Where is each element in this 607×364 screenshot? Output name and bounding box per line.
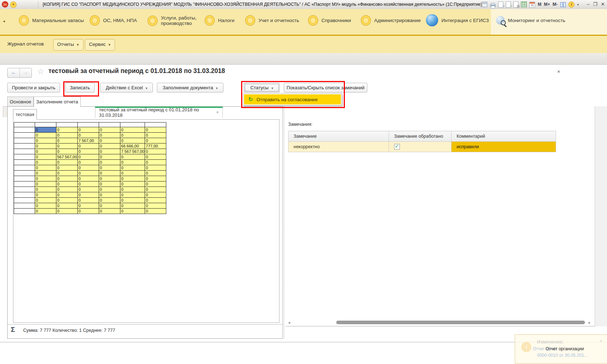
memory-minus-button[interactable]: M- bbox=[552, 1, 557, 8]
row-header-cell[interactable] bbox=[14, 203, 35, 209]
grid-cell[interactable]: 0 bbox=[35, 203, 56, 209]
ribbon-section-accounting[interactable]: Учет и отчетность bbox=[245, 15, 299, 26]
ribbon-scroll-left-icon[interactable]: ◂ bbox=[3, 19, 5, 23]
row-header-cell[interactable] bbox=[14, 133, 35, 138]
grid-cell[interactable]: 0 bbox=[145, 149, 166, 154]
print-icon[interactable] bbox=[490, 4, 496, 7]
menu-button-reports[interactable]: Отчеты▼ bbox=[53, 39, 84, 51]
grid-cell[interactable]: 0 bbox=[120, 171, 145, 176]
row-header-cell[interactable] bbox=[14, 192, 35, 198]
grid-cell[interactable]: 0 bbox=[78, 160, 99, 165]
grid-cell[interactable]: 0 bbox=[35, 171, 56, 176]
grid-cell[interactable]: 0 bbox=[99, 192, 120, 198]
grid-cell[interactable]: 0 bbox=[35, 160, 56, 165]
menu-item-report-journal[interactable]: Журнал отчетов bbox=[7, 41, 44, 47]
grid-cell[interactable]: 0 bbox=[78, 187, 99, 192]
grid-cell[interactable]: 0 bbox=[120, 165, 145, 171]
grid-cell[interactable]: 0 bbox=[56, 133, 78, 138]
grid-cell[interactable]: 0 bbox=[99, 176, 120, 181]
form-close-icon[interactable]: × bbox=[557, 68, 560, 74]
ribbon-section-services[interactable]: Услуги, работы, производство bbox=[148, 15, 197, 26]
grid-cell[interactable]: 0 bbox=[120, 176, 145, 181]
row-header-cell[interactable] bbox=[14, 149, 35, 154]
grid-cell[interactable]: 0 bbox=[120, 127, 145, 133]
grid-cell[interactable]: 0 bbox=[78, 198, 99, 203]
main-menu-icon[interactable]: ▼ bbox=[10, 1, 17, 8]
column-header-remark[interactable]: Замечание bbox=[288, 131, 389, 142]
forward-button[interactable]: → bbox=[20, 68, 32, 77]
row-header-cell[interactable] bbox=[14, 209, 35, 214]
export-icon[interactable]: ▤ bbox=[513, 1, 518, 8]
grid-cell[interactable]: 0 bbox=[78, 209, 99, 214]
panel-splitter[interactable] bbox=[284, 106, 285, 339]
row-header-cell[interactable] bbox=[14, 176, 35, 181]
grid-cell[interactable]: 0 bbox=[35, 192, 56, 198]
grid-cell[interactable]: 0 bbox=[99, 171, 120, 176]
grid-cell[interactable]: 0 bbox=[78, 171, 99, 176]
grid-cell[interactable]: 777,00 bbox=[145, 144, 166, 149]
form-tab-report-fill[interactable]: Заполнение отчета bbox=[34, 97, 81, 107]
grid-cell[interactable]: 0 bbox=[145, 138, 166, 144]
grid-cell[interactable]: 0 bbox=[99, 187, 120, 192]
row-header-cell[interactable] bbox=[14, 181, 35, 187]
grid-cell[interactable]: 0 bbox=[78, 181, 99, 187]
scrollbar-right-icon[interactable]: ▸ bbox=[589, 320, 591, 325]
row-header-cell[interactable] bbox=[14, 160, 35, 165]
grid-cell[interactable]: 0 bbox=[145, 160, 166, 165]
ribbon-section-egisz-integration[interactable]: Интеграция с ЕГИСЗ bbox=[426, 14, 489, 26]
grid-cell[interactable]: 0 bbox=[35, 144, 56, 149]
grid-cell[interactable]: 0 bbox=[120, 187, 145, 192]
grid-cell[interactable]: 0 bbox=[56, 144, 78, 149]
grid-cell[interactable]: 0 bbox=[145, 181, 166, 187]
grid-cell[interactable]: 0 bbox=[78, 165, 99, 171]
info-icon[interactable]: i bbox=[568, 1, 574, 8]
grid-cell[interactable]: 0 bbox=[56, 149, 78, 154]
grid-cell[interactable]: 0 bbox=[56, 176, 78, 181]
grid-cell[interactable]: 0 bbox=[120, 198, 145, 203]
grid-cell[interactable]: 0 bbox=[120, 209, 145, 214]
grid-cell[interactable]: 0 bbox=[99, 144, 120, 149]
toast-entity-link[interactable]: Отчет организации bbox=[546, 346, 584, 351]
remark-cell[interactable]: некорректно bbox=[288, 142, 389, 152]
grid-cell[interactable]: 0 bbox=[145, 133, 166, 138]
print-preview-icon[interactable]: ○ bbox=[498, 1, 503, 8]
grid-cell[interactable]: 0 bbox=[78, 176, 99, 181]
ribbon-section-directories[interactable]: Справочники bbox=[308, 15, 351, 26]
ribbon-section-os-nma-npa[interactable]: ОС, НМА, НПА bbox=[90, 15, 137, 26]
grid-cell[interactable]: 0 bbox=[78, 203, 99, 209]
memory-plus-button[interactable]: M+ bbox=[544, 1, 550, 8]
memory-button[interactable]: M bbox=[538, 1, 541, 8]
post-and-close-button[interactable]: Провести и закрыть bbox=[7, 83, 60, 93]
menu-button-service[interactable]: Сервис▼ bbox=[85, 39, 115, 51]
grid-cell[interactable]: 0 bbox=[56, 171, 78, 176]
grid-cell[interactable]: 0 bbox=[35, 198, 56, 203]
ribbon-section-monitoring[interactable]: Мониторинг и отчетность bbox=[496, 16, 565, 25]
grid-cell[interactable]: 0 bbox=[145, 171, 166, 176]
menu-item-send-for-approval[interactable]: ↻ Отправить на согласование bbox=[244, 94, 341, 104]
grid-cell[interactable]: 0 bbox=[145, 209, 166, 214]
grid-cell[interactable]: 0 bbox=[56, 127, 78, 133]
checkbox-checked[interactable]: ✓ bbox=[394, 144, 400, 150]
grid-cell[interactable]: 0 bbox=[120, 203, 145, 209]
grid-cell[interactable]: 0 bbox=[99, 165, 120, 171]
grid-cell[interactable]: 0 bbox=[78, 154, 99, 160]
grid-cell[interactable]: 0 bbox=[56, 160, 78, 165]
fill-document-button[interactable]: Заполнение документа▾ bbox=[157, 83, 223, 93]
save-icon[interactable] bbox=[482, 1, 488, 8]
grid-cell[interactable]: 0 bbox=[99, 138, 120, 144]
row-header-cell[interactable] bbox=[14, 165, 35, 171]
minimize-button[interactable]: – bbox=[587, 1, 589, 8]
grid-cell[interactable]: 0 bbox=[120, 154, 145, 160]
grid-cell[interactable]: 0 bbox=[56, 203, 78, 209]
grid-cell[interactable]: 0 bbox=[78, 149, 99, 154]
grid-cell[interactable]: 0 bbox=[35, 187, 56, 192]
grid-cell[interactable]: 0 bbox=[78, 127, 99, 133]
restore-button[interactable]: ❐ bbox=[593, 1, 597, 8]
row-header-cell[interactable] bbox=[14, 154, 35, 160]
grid-cell[interactable]: 0 bbox=[99, 149, 120, 154]
grid-cell[interactable]: 0 bbox=[120, 192, 145, 198]
grid-cell[interactable]: 0 bbox=[35, 138, 56, 144]
comment-cell[interactable]: исправили bbox=[452, 142, 556, 152]
grid-cell[interactable]: 0 bbox=[35, 154, 56, 160]
grid-cell[interactable]: 0 bbox=[56, 192, 78, 198]
